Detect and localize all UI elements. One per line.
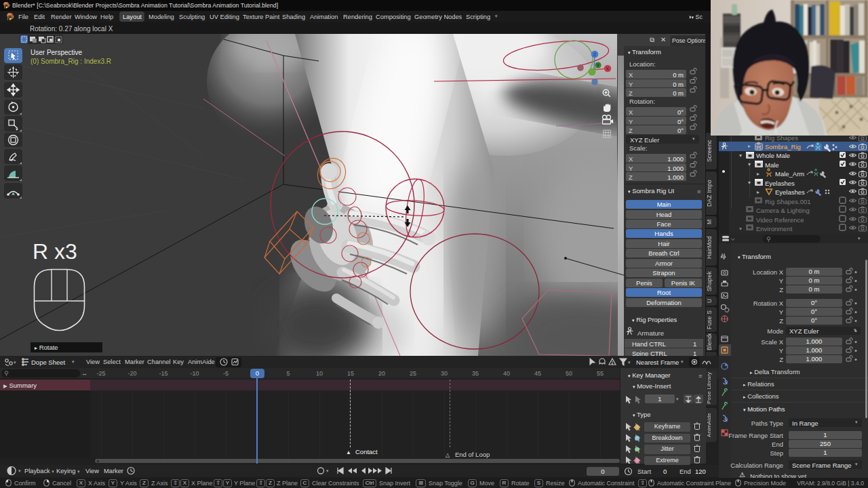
svg-text:▾: ▾	[326, 468, 329, 473]
svg-text:X: X	[606, 66, 610, 71]
svg-text:Z: Z	[593, 52, 596, 57]
svg-text:▾: ▾	[14, 360, 16, 365]
svg-text:▾: ▾	[628, 360, 631, 365]
svg-text:Y: Y	[597, 63, 600, 68]
svg-text:▾: ▾	[18, 468, 21, 473]
